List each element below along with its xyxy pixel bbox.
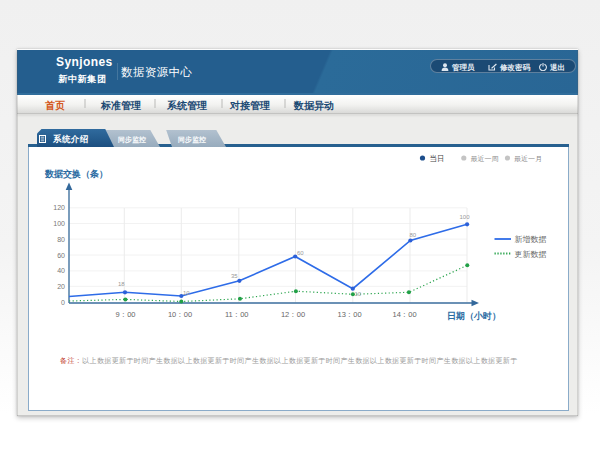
svg-text:数据交换（条）: 数据交换（条） (44, 169, 108, 179)
svg-text:40: 40 (57, 267, 65, 274)
svg-text:100: 100 (460, 214, 471, 220)
svg-text:最近一月: 最近一月 (514, 155, 542, 163)
svg-text:10：00: 10：00 (168, 310, 192, 319)
svg-text:日期（小时）: 日期（小时） (447, 311, 501, 321)
svg-text:9：00: 9：00 (115, 310, 135, 319)
svg-text:新增数据: 新增数据 (515, 235, 547, 244)
svg-text:10: 10 (183, 290, 190, 296)
svg-text:13：00: 13：00 (338, 310, 362, 319)
svg-text:60: 60 (297, 250, 304, 256)
svg-text:120: 120 (53, 204, 65, 211)
svg-text:18: 18 (118, 281, 125, 287)
svg-text:11：00: 11：00 (225, 310, 249, 319)
svg-text:35: 35 (231, 273, 238, 279)
svg-text:100: 100 (53, 220, 65, 227)
svg-text:0: 0 (61, 299, 65, 306)
svg-text:80: 80 (57, 236, 65, 243)
svg-text:10: 10 (355, 291, 362, 297)
svg-text:12：00: 12：00 (281, 310, 305, 319)
svg-text:更新数据: 更新数据 (515, 250, 547, 259)
svg-text:20: 20 (57, 283, 65, 290)
svg-text:最近一周: 最近一周 (471, 155, 499, 162)
svg-text:60: 60 (57, 252, 65, 259)
svg-text:当日: 当日 (430, 154, 445, 163)
svg-text:14：00: 14：00 (393, 310, 417, 319)
svg-text:80: 80 (410, 232, 417, 238)
